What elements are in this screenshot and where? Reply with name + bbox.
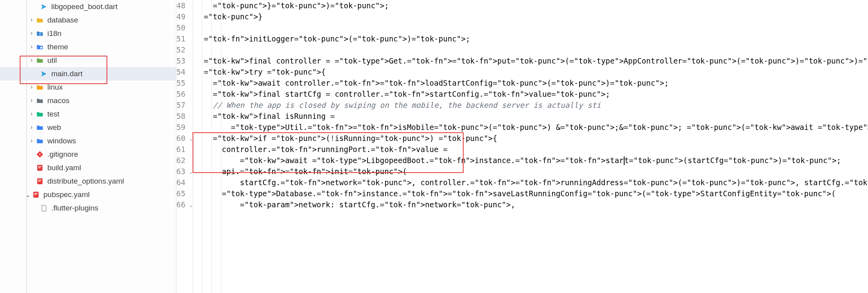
code-line[interactable] bbox=[193, 22, 868, 33]
tree-item-build-yaml[interactable]: build.yaml bbox=[0, 161, 176, 175]
fold-toggle bbox=[189, 44, 193, 55]
code-line[interactable]: ="tok-kw">final isRunning = bbox=[193, 111, 868, 122]
code-line[interactable]: ="tok-kw">final startCfg = controller.="… bbox=[193, 88, 868, 100]
folder-icon-util bbox=[36, 56, 44, 65]
chevron-icon[interactable]: › bbox=[28, 30, 36, 37]
line-number: 64 bbox=[176, 177, 185, 188]
fold-toggle bbox=[189, 122, 193, 133]
tree-item-label: web bbox=[47, 123, 61, 132]
svg-rect-5 bbox=[38, 167, 41, 168]
line-number: 49 bbox=[176, 11, 185, 22]
dart-icon bbox=[39, 2, 48, 11]
code-line[interactable]: ="tok-type">Util.="tok-fn">="tok-fn">isM… bbox=[193, 122, 868, 133]
file-explorer[interactable]: libgopeed_boot.dart›database›文i18n›theme… bbox=[0, 0, 176, 293]
line-number: 62 bbox=[176, 155, 185, 166]
line-number: 51 bbox=[176, 33, 185, 44]
fold-toggle bbox=[189, 111, 193, 122]
tree-item--flutter-plugins[interactable]: .flutter-plugins bbox=[0, 201, 176, 215]
git-icon bbox=[36, 150, 44, 159]
fold-toggle[interactable]: ⌄ bbox=[189, 166, 193, 177]
fold-toggle[interactable]: ⌄ bbox=[189, 133, 193, 144]
tree-item-main-dart[interactable]: main.dart bbox=[0, 67, 176, 81]
chevron-icon[interactable]: › bbox=[28, 43, 36, 50]
chevron-icon[interactable]: › bbox=[28, 97, 36, 104]
svg-rect-10 bbox=[34, 193, 37, 194]
code-line[interactable]: startCfg.="tok-fn">network="tok-punc">, … bbox=[193, 177, 868, 188]
tree-item-util[interactable]: ›util bbox=[0, 54, 176, 67]
svg-rect-8 bbox=[38, 181, 41, 182]
yaml-icon bbox=[36, 163, 44, 172]
fold-toggle bbox=[189, 144, 193, 155]
code-line[interactable]: ="tok-param">network: startCfg.="tok-fn"… bbox=[193, 199, 868, 210]
code-line[interactable]: ="tok-fn">initLogger="tok-punc">(="tok-p… bbox=[193, 33, 868, 44]
code-line[interactable]: ="tok-kw">await controller.="tok-fn">="t… bbox=[193, 77, 868, 88]
chevron-icon[interactable]: › bbox=[28, 110, 36, 117]
tree-item-label: test bbox=[47, 110, 60, 118]
line-number: 60 bbox=[176, 133, 185, 144]
tree-item--gitignore[interactable]: .gitignore bbox=[0, 148, 176, 161]
indent-guide bbox=[193, 0, 193, 293]
yaml-icon bbox=[36, 177, 44, 186]
fold-toggle bbox=[189, 188, 193, 199]
line-number: 61 bbox=[176, 144, 185, 155]
folder-icon-windows bbox=[36, 137, 44, 145]
folder-icon-linux bbox=[36, 83, 44, 92]
tree-item-label: .flutter-plugins bbox=[51, 204, 98, 212]
tree-item-label: theme bbox=[47, 43, 68, 51]
code-line[interactable]: ="tok-punc">}="tok-punc">)="tok-punc">; bbox=[193, 0, 868, 11]
line-number: 59 bbox=[176, 122, 185, 133]
tree-item-label: .gitignore bbox=[47, 150, 78, 159]
indent-guide bbox=[221, 0, 221, 293]
chevron-icon[interactable]: ⌄ bbox=[24, 191, 32, 199]
tree-item-pubspec-yaml[interactable]: ⌄pubspec.yaml bbox=[0, 188, 176, 201]
tree-item-label: windows bbox=[47, 137, 76, 145]
code-line[interactable]: ="tok-type">Database.="tok-fn">instance.… bbox=[193, 188, 868, 199]
fold-toggle[interactable]: ⌄ bbox=[189, 199, 193, 210]
code-line[interactable]: ="tok-punc">} bbox=[193, 11, 868, 22]
code-line[interactable] bbox=[193, 44, 868, 55]
tree-item-macos[interactable]: ›macos bbox=[0, 94, 176, 107]
file-icon bbox=[39, 204, 48, 212]
folder-icon-web bbox=[36, 123, 44, 132]
tree-item-label: distribute_options.yaml bbox=[47, 177, 124, 186]
chevron-icon[interactable]: › bbox=[28, 56, 36, 64]
fold-toggle bbox=[189, 0, 193, 11]
code-line[interactable]: ="tok-kw">final controller = ="tok-type"… bbox=[193, 55, 868, 66]
tree-item-libgopeed-boot-dart[interactable]: libgopeed_boot.dart bbox=[0, 0, 176, 13]
chevron-icon[interactable]: › bbox=[28, 137, 36, 144]
chevron-icon[interactable]: › bbox=[28, 83, 36, 90]
code-line[interactable]: ="tok-kw">try ="tok-punc">{ bbox=[193, 66, 868, 77]
chevron-icon[interactable]: › bbox=[28, 124, 36, 131]
fold-column[interactable]: ⌄⌄⌄ bbox=[189, 0, 193, 293]
fold-toggle bbox=[189, 155, 193, 166]
code-editor[interactable]: 48495051525354555657585960616263646566 ⌄… bbox=[176, 0, 868, 293]
line-number: 57 bbox=[176, 100, 185, 111]
code-line[interactable]: controller.="tok-fn">runningPort.="tok-f… bbox=[193, 144, 868, 155]
svg-rect-7 bbox=[38, 180, 41, 180]
folder-icon-test bbox=[36, 110, 44, 118]
tree-item-linux[interactable]: ›linux bbox=[0, 81, 176, 94]
line-number: 66 bbox=[176, 199, 185, 210]
code-content[interactable]: ="tok-punc">}="tok-punc">)="tok-punc">; … bbox=[193, 0, 868, 293]
fold-toggle bbox=[189, 77, 193, 88]
svg-point-1 bbox=[40, 47, 42, 49]
tree-item-test[interactable]: ›test bbox=[0, 107, 176, 121]
line-number: 56 bbox=[176, 88, 185, 100]
tree-item-theme[interactable]: ›theme bbox=[0, 40, 176, 54]
tree-item-web[interactable]: ›web bbox=[0, 121, 176, 134]
tree-item-label: util bbox=[47, 56, 57, 65]
code-line[interactable]: ="tok-kw">await ="tok-type">LibgopeedBoo… bbox=[193, 155, 868, 166]
tree-item-database[interactable]: ›database bbox=[0, 13, 176, 27]
chevron-icon[interactable]: › bbox=[28, 16, 36, 23]
tree-item-windows[interactable]: ›windows bbox=[0, 134, 176, 148]
line-number-gutter: 48495051525354555657585960616263646566 bbox=[176, 0, 189, 293]
fold-toggle bbox=[189, 22, 193, 33]
tree-item-label: libgopeed_boot.dart bbox=[51, 2, 118, 11]
code-line[interactable]: // When the app is closed by swiping on … bbox=[193, 100, 868, 111]
tree-item-distribute-options-yaml[interactable]: distribute_options.yaml bbox=[0, 175, 176, 188]
tree-item-i18n[interactable]: ›文i18n bbox=[0, 27, 176, 40]
line-number: 54 bbox=[176, 66, 185, 77]
code-line[interactable]: ="tok-kw">if ="tok-punc">(!isRunning="to… bbox=[193, 133, 868, 144]
code-line[interactable]: api.="tok-fn">="tok-fn">init="tok-punc">… bbox=[193, 166, 868, 177]
fold-toggle bbox=[189, 11, 193, 22]
